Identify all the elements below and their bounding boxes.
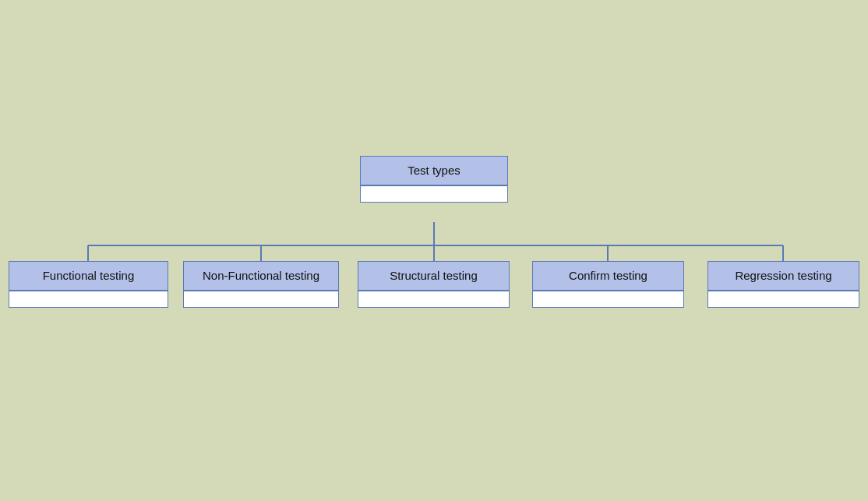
nonfunctional-node-input[interactable]: [183, 291, 339, 308]
root-node-label: Test types: [360, 156, 508, 185]
root-node-input[interactable]: [360, 185, 508, 203]
root-node: Test types: [360, 156, 508, 203]
confirm-node-input[interactable]: [532, 291, 684, 308]
nonfunctional-node: Non-Functional testing: [183, 261, 339, 308]
nonfunctional-node-label: Non-Functional testing: [183, 261, 339, 291]
structural-node-label: Structural testing: [358, 261, 510, 291]
confirm-node-label: Confirm testing: [532, 261, 684, 291]
structural-node-input[interactable]: [358, 291, 510, 308]
connector-lines: [0, 0, 868, 501]
diagram-container: Test types Functional testing Non-Functi…: [0, 0, 868, 501]
functional-node-input[interactable]: [9, 291, 168, 308]
functional-node: Functional testing: [9, 261, 168, 308]
regression-node-label: Regression testing: [707, 261, 859, 291]
confirm-node: Confirm testing: [532, 261, 684, 308]
regression-node: Regression testing: [707, 261, 859, 308]
functional-node-label: Functional testing: [9, 261, 168, 291]
regression-node-input[interactable]: [707, 291, 859, 308]
structural-node: Structural testing: [358, 261, 510, 308]
